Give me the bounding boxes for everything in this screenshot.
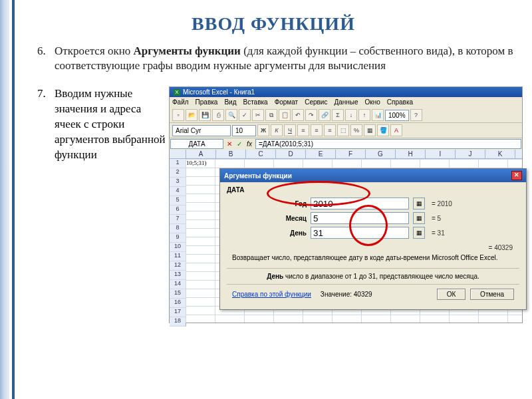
year-input[interactable] bbox=[311, 198, 409, 209]
row-header[interactable]: 8 bbox=[170, 224, 186, 233]
cancel-button[interactable]: Отмена bbox=[470, 289, 514, 300]
align-left-icon[interactable]: ≡ bbox=[297, 124, 309, 136]
undo-icon[interactable]: ↶ bbox=[292, 109, 304, 121]
row-header[interactable]: 11 bbox=[170, 252, 186, 261]
col-header[interactable]: J bbox=[456, 150, 485, 158]
col-header[interactable]: F bbox=[336, 150, 366, 158]
row-header[interactable]: 18 bbox=[170, 317, 186, 327]
row-header[interactable]: 17 bbox=[170, 308, 186, 317]
col-header[interactable]: C bbox=[246, 150, 276, 158]
value-label: Значение: bbox=[321, 291, 352, 298]
menu-edit[interactable]: Правка bbox=[196, 98, 218, 106]
fill-color-icon[interactable]: 🪣 bbox=[377, 124, 389, 136]
borders-icon[interactable]: ▦ bbox=[364, 124, 376, 136]
copy-icon[interactable]: ⧉ bbox=[265, 109, 277, 121]
open-icon[interactable]: 📂 bbox=[186, 109, 198, 121]
formatting-toolbar[interactable]: Arial Cyr 10 Ж К Ч ≡ ≡ ≡ ⬚ % ▦ 🪣 A bbox=[170, 123, 522, 138]
row-header[interactable]: 10 bbox=[170, 243, 186, 252]
link-icon[interactable]: 🔗 bbox=[319, 109, 331, 121]
row-header[interactable]: 7 bbox=[170, 215, 186, 224]
cut-icon[interactable]: ✂ bbox=[252, 109, 264, 121]
row-header[interactable]: 15 bbox=[170, 289, 186, 299]
zoom-select[interactable]: 100% bbox=[385, 110, 409, 121]
new-icon[interactable]: ▫ bbox=[172, 109, 184, 121]
select-all-corner[interactable] bbox=[170, 150, 186, 158]
row-header[interactable]: 3 bbox=[170, 178, 186, 187]
col-header[interactable]: H bbox=[396, 150, 426, 158]
menu-window[interactable]: Окно bbox=[365, 98, 380, 106]
help-icon[interactable]: ? bbox=[410, 109, 422, 121]
row-header[interactable]: 14 bbox=[170, 280, 186, 289]
preview-icon[interactable]: 🔍 bbox=[225, 109, 237, 121]
italic-icon[interactable]: К bbox=[271, 124, 283, 136]
column-headers: A B C D E F G H I J K bbox=[170, 150, 522, 159]
standard-toolbar[interactable]: ▫ 📂 💾 ⎙ 🔍 ✓ ✂ ⧉ 📋 ↶ ↷ 🔗 Σ ↓ ↑ 📊 100% ? bbox=[170, 108, 522, 123]
name-box[interactable]: ДАТА bbox=[170, 139, 223, 149]
range-picker-icon[interactable]: ▦ bbox=[413, 198, 425, 209]
month-input[interactable] bbox=[311, 212, 409, 224]
menu-format[interactable]: Формат bbox=[275, 98, 299, 106]
menu-help[interactable]: Справка bbox=[387, 98, 413, 106]
field-year: Год ▦ = 2010 bbox=[227, 198, 519, 209]
field-label: День bbox=[227, 229, 307, 237]
menu-insert[interactable]: Вставка bbox=[243, 98, 267, 106]
worksheet-grid[interactable]: A B C D E F G H I J K 123456789101112131… bbox=[170, 150, 522, 323]
sort-desc-icon[interactable]: ↑ bbox=[358, 109, 370, 121]
dialog-titlebar[interactable]: Аргументы функции ✕ bbox=[220, 169, 526, 182]
currency-icon[interactable]: % bbox=[350, 124, 362, 136]
menu-view[interactable]: Вид bbox=[224, 98, 236, 106]
chart-icon[interactable]: 📊 bbox=[372, 109, 384, 121]
col-header[interactable]: I bbox=[426, 150, 456, 158]
sum-icon[interactable]: Σ bbox=[332, 109, 344, 121]
col-header[interactable]: D bbox=[276, 150, 306, 158]
font-color-icon[interactable]: A bbox=[390, 124, 402, 136]
row-header[interactable]: 13 bbox=[170, 271, 186, 280]
col-header[interactable]: G bbox=[366, 150, 396, 158]
range-picker-icon[interactable]: ▦ bbox=[413, 227, 425, 239]
day-input[interactable] bbox=[311, 227, 409, 239]
col-header[interactable]: E bbox=[306, 150, 336, 158]
spell-icon[interactable]: ✓ bbox=[239, 109, 251, 121]
col-header[interactable]: K bbox=[485, 150, 515, 158]
print-icon[interactable]: ⎙ bbox=[212, 109, 224, 121]
calc-result: = 40329 bbox=[227, 244, 519, 251]
row-header[interactable]: 5 bbox=[170, 196, 186, 205]
ok-button[interactable]: ОК bbox=[437, 289, 466, 300]
range-picker-icon[interactable]: ▦ bbox=[413, 212, 425, 224]
help-link[interactable]: Справка по этой функции bbox=[232, 291, 311, 298]
col-header[interactable]: A bbox=[186, 150, 216, 158]
row-header[interactable]: 16 bbox=[170, 299, 186, 308]
enter-formula-icon[interactable]: ✓ bbox=[235, 140, 244, 149]
row-header[interactable]: 6 bbox=[170, 205, 186, 215]
underline-icon[interactable]: Ч bbox=[284, 124, 296, 136]
col-header[interactable]: B bbox=[216, 150, 246, 158]
merge-icon[interactable]: ⬚ bbox=[337, 124, 349, 136]
menu-bar[interactable]: Файл Правка Вид Вставка Формат Сервис Да… bbox=[170, 97, 522, 108]
item-number: 7. bbox=[37, 86, 46, 102]
menu-data[interactable]: Данные bbox=[334, 98, 358, 106]
menu-file[interactable]: Файл bbox=[172, 98, 189, 106]
align-right-icon[interactable]: ≡ bbox=[324, 124, 336, 136]
row-header[interactable]: 9 bbox=[170, 233, 186, 243]
redo-icon[interactable]: ↷ bbox=[305, 109, 317, 121]
fx-icon[interactable]: fx bbox=[245, 140, 254, 149]
field-day: День ▦ = 31 bbox=[227, 227, 519, 239]
dialog-title: Аргументы функции bbox=[224, 172, 292, 180]
cell-a1[interactable]: 10;5;31) bbox=[186, 160, 207, 166]
row-header[interactable]: 1 bbox=[170, 159, 186, 168]
close-icon[interactable]: ✕ bbox=[511, 171, 522, 180]
bold-icon[interactable]: Ж bbox=[257, 124, 269, 136]
menu-tools[interactable]: Сервис bbox=[305, 98, 327, 106]
cancel-formula-icon[interactable]: ✕ bbox=[225, 140, 234, 149]
excel-icon: X bbox=[174, 89, 180, 96]
row-header[interactable]: 4 bbox=[170, 187, 186, 196]
font-select[interactable]: Arial Cyr bbox=[172, 125, 231, 136]
paste-icon[interactable]: 📋 bbox=[279, 109, 291, 121]
fontsize-select[interactable]: 10 bbox=[232, 125, 256, 136]
formula-input[interactable]: =ДАТА(2010;5;31) bbox=[255, 139, 521, 149]
row-header[interactable]: 12 bbox=[170, 261, 186, 271]
align-center-icon[interactable]: ≡ bbox=[311, 124, 323, 136]
row-header[interactable]: 2 bbox=[170, 168, 186, 178]
sort-asc-icon[interactable]: ↓ bbox=[345, 109, 357, 121]
save-icon[interactable]: 💾 bbox=[199, 109, 211, 121]
